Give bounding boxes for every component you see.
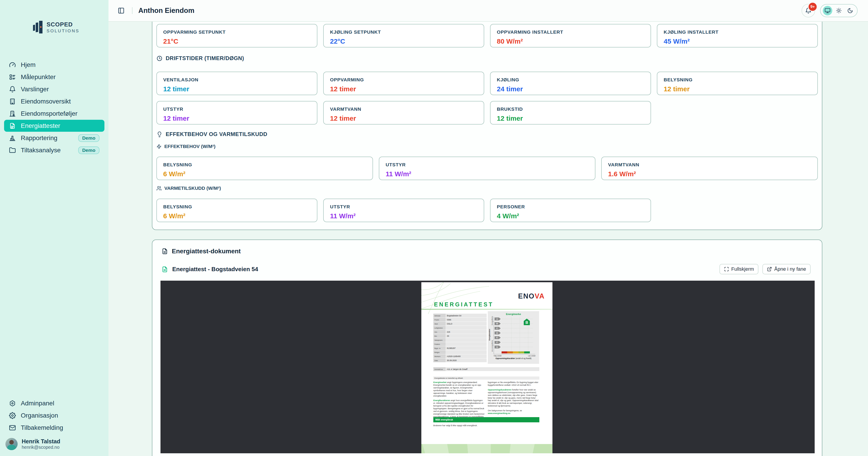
sidebar-footer-item[interactable]: Organisasjon (4, 410, 104, 421)
sidebar-item[interactable]: Rapportering Demo (4, 132, 104, 144)
fullscreen-button[interactable]: Fullskjerm (719, 264, 758, 274)
metric-value: 12 timer (330, 85, 477, 93)
avatar (5, 438, 18, 450)
monitor-icon (825, 8, 831, 13)
mail-icon (9, 424, 16, 431)
sidebar-item-label: Målepunkter (21, 73, 56, 81)
sidebar-item[interactable]: Eiendomsoversikt (4, 95, 104, 107)
malt-energibruk-banner: Målt energibruk (433, 417, 539, 422)
theme-system-button[interactable] (823, 6, 832, 15)
main-content: OPPVARMING SETPUNKT 21°C KJØLING SETPUNK… (108, 22, 868, 456)
sidebar-footer-item[interactable]: Adminpanel (4, 397, 104, 409)
metric-card: BELYSNING 6 W/m² (156, 199, 317, 222)
pdf-paragraph: Energimerket angir bygningens energistan… (433, 381, 485, 397)
table-row: Sted OSLO (433, 322, 487, 326)
logo-text-line1: SCOPED (46, 21, 80, 28)
topbar: Anthon Eiendom 9+ (108, 0, 868, 22)
effektbehov-cards-row: BELYSNING 6 W/m² UTSTYR 11 W/m² VARMTVAN… (156, 157, 818, 180)
pdf-title: ENERGIATTEST (434, 301, 493, 308)
sidebar-item[interactable]: Varslinger (4, 83, 104, 95)
sidebar-item-label: Hjem (21, 61, 35, 68)
sidebar-item[interactable]: Hjem (4, 59, 104, 71)
clock-icon (156, 55, 162, 62)
metric-label: OPPVARMING INSTALLERT (497, 29, 644, 35)
expand-icon (724, 267, 729, 271)
x-axis-caption: Oppvarmingskarakter (andel el og fossilt… (488, 357, 539, 359)
metric-card: KJØLING 24 timer (490, 72, 651, 95)
grade-tag: A (495, 318, 501, 320)
logo-mark-icon (33, 21, 43, 33)
demo-badge: Demo (78, 146, 99, 154)
field-value (445, 326, 487, 330)
table-row: Postnr 0366 (433, 318, 487, 322)
lightbulb-icon (156, 131, 162, 137)
field-label: Gnr. (433, 330, 445, 334)
pdf-fields-table: Adresse Bogstadveien 54 Postnr 0366 Sted… (433, 314, 487, 362)
table-row: Bnr. 33 (433, 334, 487, 338)
metric-card: BELYSNING 12 timer (657, 72, 818, 95)
metric-value: 45 W/m² (664, 37, 811, 45)
notifications-button[interactable]: 9+ (802, 4, 815, 18)
field-label: Sted (433, 322, 445, 326)
table-row: Merkenr. A2020-1185400 (433, 354, 487, 358)
sidebar-footer-item[interactable]: Tilbakemelding (4, 422, 104, 434)
field-label: Adresse (433, 314, 445, 318)
logo-text-line2: SOLUTIONS (46, 29, 80, 33)
users-icon (156, 186, 162, 191)
sidebar-nav: Hjem Målepunkter Varslinger Eiendomsover… (4, 59, 104, 156)
grade-row-e: E (495, 336, 535, 339)
document-panel-heading: Energiattest-dokument (161, 248, 241, 255)
user-name: Henrik Talstad (22, 438, 60, 445)
field-value: 33 (445, 334, 487, 338)
x-left-label: Høy andel (494, 355, 502, 357)
y-axis-bottom-label: Lite energieffektiv (491, 340, 493, 352)
sun-icon (836, 8, 842, 13)
bar-chart-icon (9, 135, 16, 141)
energimerke-chart: Energimerke Energieffektiv Energikarakte… (488, 311, 539, 364)
open-new-tab-button[interactable]: Åpne i ny fane (763, 264, 811, 274)
document-file-label: Energiattest - Bogstadveien 54 (172, 266, 258, 273)
panel-left-icon (118, 7, 125, 14)
field-value: 30.09.2020 (445, 358, 487, 362)
sidebar-footer-item-label: Organisasjon (21, 412, 58, 419)
y-axis-top-label: Energieffektiv (491, 316, 493, 325)
user-email: henrik@scoped.no (22, 445, 60, 450)
metric-label: UTSTYR (385, 162, 589, 167)
sidebar-item[interactable]: Eiendomsporteføljer (4, 107, 104, 120)
app-root: { "colors": { "accent_teal": "#0cc4ae", … (0, 0, 868, 456)
file-text-icon (9, 123, 16, 129)
metric-label: UTSTYR (163, 106, 311, 112)
metric-value: 80 W/m² (497, 37, 644, 45)
driftstider-heading: DRIFTSTIDER (TIMER/DØGN) (156, 55, 244, 62)
user-profile[interactable]: Henrik Talstad henrik@scoped.no (5, 438, 104, 450)
sidebar-item[interactable]: Tiltaksanalyse Demo (4, 144, 104, 156)
metric-value: 1.6 W/m² (608, 170, 811, 178)
sidebar-item-label: Energiattester (21, 122, 60, 129)
pdf-paragraph: bygningen er lite energieffektiv. En byg… (488, 381, 539, 387)
metric-card: BELYSNING 6 W/m² (156, 157, 373, 180)
metric-label: BELYSNING (664, 77, 811, 83)
building-icon (9, 98, 16, 105)
sidebar-toggle-button[interactable] (116, 6, 126, 15)
app-logo: SCOPED SOLUTIONS (33, 21, 80, 33)
field-value (445, 342, 487, 346)
varmetilskudd-cards-row: BELYSNING 6 W/m² UTSTYR 11 W/m² PERSONER… (156, 199, 818, 222)
sidebar-item[interactable]: Energiattester (4, 120, 104, 132)
pdf-body-column-1: Energimerket angir bygningens energistan… (433, 381, 485, 423)
sidebar-item[interactable]: Målepunkter (4, 71, 104, 83)
theme-light-button[interactable] (834, 6, 844, 15)
theme-dark-button[interactable] (845, 6, 855, 15)
grade-tag: C (495, 327, 501, 330)
driftstider-row-2: UTSTYR 12 timer VARMTVANN 12 timer BRUKS… (156, 101, 818, 125)
metric-card: UTSTYR 12 timer (156, 101, 317, 125)
varmetilskudd-subheading: VARMETILSKUDD (W/M²) (156, 186, 221, 191)
metric-card: VARMTVANN 1.6 W/m² (601, 157, 818, 180)
sidebar-footer-nav: Adminpanel Organisasjon Tilbakemelding (4, 397, 104, 434)
moon-icon (847, 8, 853, 13)
metric-value: 6 W/m² (163, 170, 366, 178)
pdf-body-column-2: bygningen er lite energieffektiv. En byg… (488, 381, 539, 417)
metric-value: 24 timer (497, 85, 644, 93)
pdf-viewer[interactable]: ENOVA ENERGIATTEST Adresse Bogstadveien … (160, 281, 815, 453)
grade-row-c: C (495, 327, 535, 330)
document-file-row: Energiattest - Bogstadveien 54 (161, 266, 258, 273)
